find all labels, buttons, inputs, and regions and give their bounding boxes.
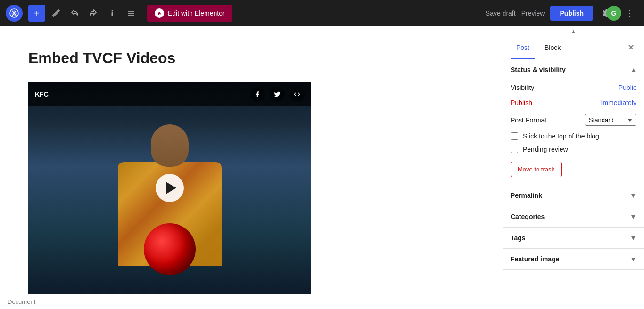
- stick-top-label[interactable]: Stick to the top of the blog: [523, 132, 599, 140]
- video-person-body: [104, 115, 236, 294]
- post-title: Embed TVCF Videos: [28, 49, 474, 67]
- embed-code-button[interactable]: [289, 87, 305, 102]
- edit-pen-button[interactable]: [47, 5, 64, 22]
- video-brand: KFC: [35, 90, 49, 98]
- sidebar-tabs: Post Block ✕: [503, 36, 644, 59]
- scroll-indicator: ▲: [503, 26, 644, 36]
- wp-logo-button[interactable]: [6, 5, 23, 22]
- sidebar: ▲ Post Block ✕ Status & visibility ▲ Vis…: [503, 26, 644, 309]
- featured-image-chevron-icon: ▼: [630, 255, 636, 263]
- stick-to-top-row: Stick to the top of the blog: [511, 130, 636, 143]
- sidebar-close-button[interactable]: ✕: [626, 41, 636, 55]
- tags-header[interactable]: Tags ▼: [503, 228, 644, 248]
- visibility-label: Visibility: [511, 84, 534, 91]
- post-format-select[interactable]: Standard Aside Image Video Quote Link Ga…: [585, 114, 636, 126]
- svg-rect-2: [112, 12, 113, 16]
- redo-button[interactable]: [85, 5, 102, 22]
- visibility-value[interactable]: Public: [619, 84, 636, 91]
- stick-top-checkbox[interactable]: [511, 132, 518, 140]
- post-format-row: Post Format Standard Aside Image Video Q…: [511, 110, 636, 130]
- publish-value[interactable]: Immediately: [601, 99, 636, 106]
- permalink-section: Permalink ▼: [503, 185, 644, 206]
- permalink-header[interactable]: Permalink ▼: [503, 185, 644, 206]
- tags-chevron-icon: ▼: [630, 234, 636, 242]
- document-status: Document: [8, 298, 35, 305]
- status-bar: Document: [0, 294, 503, 309]
- svg-point-1: [112, 10, 113, 12]
- tab-block[interactable]: Block: [539, 36, 566, 59]
- status-visibility-content: Visibility Public Publish Immediately Po…: [503, 80, 644, 185]
- pending-review-label[interactable]: Pending review: [523, 146, 568, 153]
- twitter-share-button[interactable]: [270, 87, 285, 102]
- tab-post[interactable]: Post: [511, 36, 535, 59]
- main-wrapper: Embed TVCF Videos KFC: [0, 26, 644, 309]
- more-options-button[interactable]: ⋮: [621, 6, 638, 21]
- tags-section: Tags ▼: [503, 228, 644, 249]
- publish-label[interactable]: Publish: [511, 99, 532, 106]
- publish-button[interactable]: Publish: [550, 6, 593, 21]
- featured-image-header[interactable]: Featured image ▼: [503, 249, 644, 269]
- save-draft-button[interactable]: Save draft: [486, 9, 516, 17]
- facebook-share-button[interactable]: [250, 87, 265, 102]
- status-visibility-section: Status & visibility ▲ Visibility Public …: [503, 59, 644, 185]
- list-view-button[interactable]: [123, 5, 140, 22]
- elementor-icon: e: [155, 8, 164, 18]
- toolbar-right: G Save draft Preview Publish ⋮: [486, 5, 638, 22]
- categories-chevron-icon: ▼: [630, 213, 636, 220]
- permalink-chevron-icon: ▼: [630, 192, 636, 199]
- video-block: KFC: [28, 82, 311, 307]
- video-icons: [250, 87, 305, 102]
- undo-button[interactable]: [66, 5, 83, 22]
- visibility-row: Visibility Public: [511, 80, 636, 95]
- video-play-button[interactable]: [156, 174, 184, 202]
- categories-header[interactable]: Categories ▼: [503, 206, 644, 227]
- info-button[interactable]: [104, 5, 121, 22]
- status-visibility-header[interactable]: Status & visibility ▲: [503, 59, 644, 80]
- elementor-button[interactable]: e Edit with Elementor: [147, 5, 232, 22]
- publish-row: Publish Immediately: [511, 95, 636, 110]
- categories-section: Categories ▼: [503, 206, 644, 228]
- editor-area[interactable]: Embed TVCF Videos KFC: [0, 26, 503, 309]
- video-header: KFC: [28, 82, 311, 106]
- featured-image-section: Featured image ▼: [503, 249, 644, 270]
- post-format-label: Post Format: [511, 116, 546, 124]
- video-thumbnail[interactable]: [28, 82, 311, 294]
- pending-review-row: Pending review: [511, 143, 636, 156]
- preview-button[interactable]: Preview: [521, 9, 545, 17]
- toolbar: + e Edit with Elementor G Save: [0, 0, 644, 26]
- status-chevron-icon: ▲: [631, 66, 636, 73]
- avatar: G: [606, 6, 621, 21]
- pending-review-checkbox[interactable]: [511, 146, 518, 153]
- add-block-button[interactable]: +: [28, 5, 45, 22]
- move-to-trash-button[interactable]: Move to trash: [511, 162, 562, 177]
